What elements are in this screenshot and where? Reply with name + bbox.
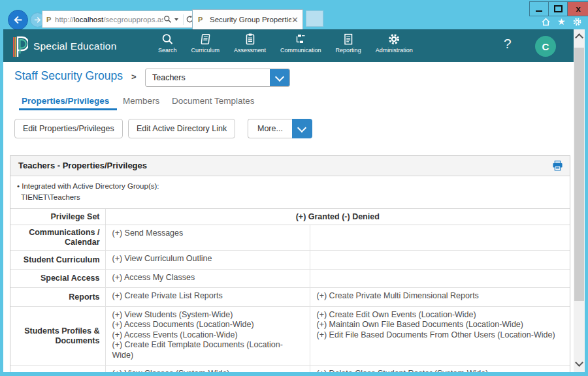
close-icon: x	[576, 4, 580, 14]
privilege-row: Communications / Calendar(+) Send Messag…	[10, 225, 570, 251]
nav-item-reporting[interactable]: Reporting	[329, 33, 368, 54]
privilege-set-label: Reports	[10, 288, 105, 307]
privilege-row: Students Profiles & Documents(+) View St…	[10, 306, 570, 366]
granted-privileges-right: (+) Create Edit Own Events (Location-Wid…	[310, 306, 570, 366]
minimize-button[interactable]	[529, 1, 549, 16]
reporting-document-icon	[342, 33, 355, 46]
more-dropdown-button[interactable]	[292, 119, 312, 138]
app-header: Special Education Search Curriculum Asse…	[3, 29, 574, 62]
scroll-down-icon[interactable]	[575, 358, 583, 367]
browser-tab[interactable]: P Security Group Properties ✕	[192, 9, 303, 29]
nav-item-search[interactable]: Search	[151, 33, 184, 54]
column-header-privilege-set: Privilege Set	[10, 209, 105, 225]
settings-gear-icon[interactable]	[572, 17, 582, 27]
privilege-set-label: Special Access	[10, 269, 105, 288]
main-nav: Search Curriculum Assessment Communicati…	[151, 33, 420, 54]
assessment-clipboard-icon	[244, 33, 257, 46]
more-actions-button[interactable]: More...	[248, 119, 312, 138]
tab-favicon: P	[198, 16, 206, 24]
page-scrollbar[interactable]	[574, 29, 585, 372]
tab-properties-privileges[interactable]: Properties/Privileges	[22, 96, 109, 106]
chevron-down-icon	[275, 72, 284, 81]
curriculum-book-icon	[199, 33, 212, 46]
privilege-row: Special Access(+) Access My Classes	[10, 269, 570, 288]
search-icon[interactable]	[163, 15, 172, 24]
granted-privileges-right	[310, 251, 570, 270]
chevron-down-icon	[297, 123, 306, 132]
privilege-set-label: Students Profiles & Documents	[10, 306, 105, 366]
granted-privileges-right: (+) Delete Class Student Roster (System-…	[310, 366, 570, 372]
scroll-up-icon[interactable]	[575, 33, 583, 42]
granted-privileges-left: (+) Create Private List Reports	[105, 288, 310, 307]
help-button[interactable]: ?	[504, 36, 512, 52]
edit-properties-privileges-button[interactable]: Edit Properties/Privileges	[14, 119, 123, 138]
tab-members[interactable]: Members	[123, 96, 159, 106]
favorites-star-icon[interactable]: ★	[557, 16, 566, 27]
search-nav-icon	[161, 33, 174, 46]
printer-icon	[552, 161, 563, 171]
minimize-icon	[536, 10, 542, 12]
tab-close-icon[interactable]: ✕	[291, 16, 299, 24]
site-favicon: P	[46, 16, 55, 24]
search-options-caret-icon[interactable]	[174, 18, 178, 21]
maximize-button[interactable]	[549, 1, 568, 16]
privileges-panel: Teachers - Properties/Privileges Integra…	[10, 155, 570, 372]
granted-privileges-right	[310, 225, 570, 251]
ad-integration-note: Integrated with Active Directory Group(s…	[10, 176, 570, 209]
divider	[183, 14, 184, 25]
granted-privileges-left: (+) Access My Classes	[105, 269, 310, 288]
granted-privileges-left: (+) View Classes (System-Wide)(+) View C…	[105, 366, 310, 372]
active-tab-underline	[19, 108, 117, 110]
granted-privileges-right	[310, 269, 570, 288]
privilege-row: Reports(+) Create Private List Reports(+…	[10, 288, 570, 307]
privileges-table-header-row: Privilege Set (+) Granted (-) Denied	[10, 209, 570, 225]
group-select[interactable]: Teachers	[145, 69, 290, 87]
page-content: Staff Security Groups > Teachers Propert…	[3, 62, 574, 372]
new-tab-button[interactable]	[306, 10, 323, 27]
close-button[interactable]: x	[568, 1, 588, 16]
tab-document-templates[interactable]: Document Templates	[172, 96, 255, 106]
privileges-table-body: Communications / Calendar(+) Send Messag…	[10, 225, 570, 372]
tab-title: Security Group Properties	[210, 16, 291, 24]
address-bar[interactable]: P http://localhost/secgroupprops.aspx	[42, 10, 197, 28]
url-text: http://localhost/secgroupprops.aspx	[55, 16, 163, 24]
app-title: Special Education	[33, 40, 116, 52]
maximize-icon	[554, 5, 563, 12]
user-avatar[interactable]: C	[535, 36, 556, 57]
group-select-button[interactable]	[270, 69, 289, 86]
home-icon[interactable]	[541, 17, 551, 27]
window-controls: x	[529, 1, 588, 16]
nav-item-communication[interactable]: Communication	[273, 33, 329, 54]
granted-privileges-right: (+) Create Private Multi Dimensional Rep…	[310, 288, 570, 307]
granted-privileges-left: (+) Send Messages	[105, 225, 310, 251]
panel-title: Teachers - Properties/Privileges	[10, 156, 570, 176]
breadcrumb-groups-link[interactable]: Staff Security Groups	[14, 69, 123, 83]
column-header-granted-denied: (+) Granted (-) Denied	[105, 209, 570, 225]
app-logo	[12, 35, 28, 61]
granted-privileges-left: (+) View Students (System-Wide)(+) Acces…	[105, 306, 310, 366]
granted-privileges-left: (+) View Curriculum Outline	[105, 251, 310, 270]
print-button[interactable]	[552, 161, 563, 174]
nav-item-curriculum[interactable]: Curriculum	[184, 33, 227, 54]
scrollbar-thumb[interactable]	[574, 48, 584, 301]
communication-flow-icon	[294, 33, 307, 46]
administration-gear-icon	[387, 33, 400, 46]
breadcrumb-separator: >	[131, 72, 137, 82]
nav-item-administration[interactable]: Administration	[368, 33, 420, 54]
privilege-row: Classes Profiles(+) View Classes (System…	[10, 366, 570, 372]
back-arrow-icon	[12, 14, 24, 25]
privilege-set-label: Student Curriculum	[10, 251, 105, 270]
nav-item-assessment[interactable]: Assessment	[227, 33, 273, 54]
browser-window: x P http://localhost/secgroupprops.aspx …	[0, 0, 588, 376]
edit-active-directory-link-button[interactable]: Edit Active Directory Link	[128, 119, 235, 138]
forward-arrow-icon	[33, 16, 42, 24]
privilege-set-label: Communications / Calendar	[10, 225, 105, 251]
privilege-set-label: Classes Profiles	[10, 366, 105, 372]
group-select-value: Teachers	[146, 69, 270, 86]
back-button[interactable]	[8, 10, 28, 30]
privilege-row: Student Curriculum(+) View Curriculum Ou…	[10, 251, 570, 270]
more-label: More...	[248, 119, 292, 138]
privileges-table: Privilege Set (+) Granted (-) Denied Com…	[10, 209, 570, 372]
